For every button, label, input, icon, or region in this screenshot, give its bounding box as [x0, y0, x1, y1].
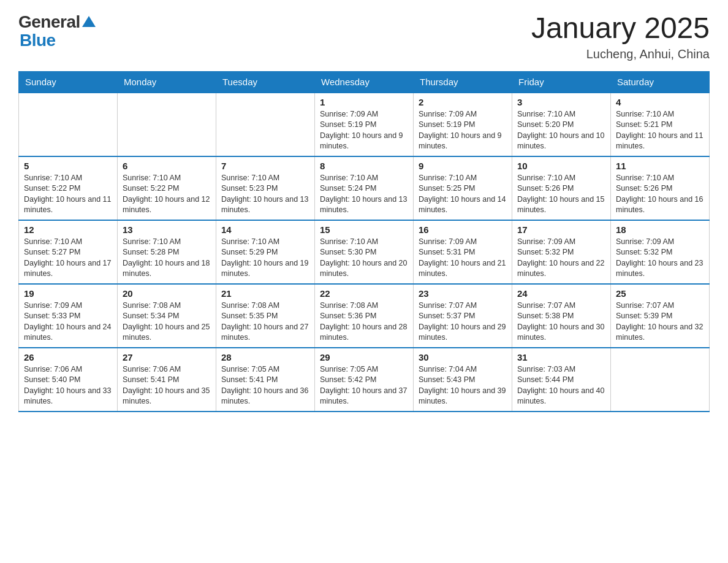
day-number: 26 — [24, 352, 112, 362]
day-info: Sunrise: 7:07 AM Sunset: 5:39 PM Dayligh… — [616, 301, 704, 343]
day-number: 9 — [419, 161, 507, 171]
day-info: Sunrise: 7:07 AM Sunset: 5:37 PM Dayligh… — [419, 301, 507, 343]
calendar-cell: 18Sunrise: 7:09 AM Sunset: 5:32 PM Dayli… — [611, 220, 710, 284]
logo-triangle-icon — [82, 16, 96, 29]
calendar-cell: 24Sunrise: 7:07 AM Sunset: 5:38 PM Dayli… — [512, 284, 611, 348]
logo: General Blue — [18, 12, 96, 50]
day-info: Sunrise: 7:10 AM Sunset: 5:29 PM Dayligh… — [221, 237, 309, 280]
day-info: Sunrise: 7:05 AM Sunset: 5:42 PM Dayligh… — [320, 364, 408, 407]
calendar-week-row: 26Sunrise: 7:06 AM Sunset: 5:40 PM Dayli… — [19, 348, 710, 412]
day-number: 18 — [616, 224, 704, 235]
day-info: Sunrise: 7:10 AM Sunset: 5:23 PM Dayligh… — [221, 173, 309, 216]
day-info: Sunrise: 7:10 AM Sunset: 5:22 PM Dayligh… — [24, 173, 112, 216]
calendar-week-row: 12Sunrise: 7:10 AM Sunset: 5:27 PM Dayli… — [19, 220, 710, 284]
day-info: Sunrise: 7:07 AM Sunset: 5:38 PM Dayligh… — [517, 301, 605, 343]
day-info: Sunrise: 7:09 AM Sunset: 5:32 PM Dayligh… — [517, 237, 605, 280]
calendar-cell: 4Sunrise: 7:10 AM Sunset: 5:21 PM Daylig… — [611, 93, 710, 156]
calendar-cell: 20Sunrise: 7:08 AM Sunset: 5:34 PM Dayli… — [118, 284, 216, 348]
calendar-cell: 16Sunrise: 7:09 AM Sunset: 5:31 PM Dayli… — [414, 220, 512, 284]
calendar-cell: 2Sunrise: 7:09 AM Sunset: 5:19 PM Daylig… — [414, 93, 512, 156]
day-number: 30 — [419, 352, 507, 362]
day-number: 11 — [616, 161, 704, 171]
calendar-cell: 15Sunrise: 7:10 AM Sunset: 5:30 PM Dayli… — [315, 220, 414, 284]
calendar-cell: 22Sunrise: 7:08 AM Sunset: 5:36 PM Dayli… — [315, 284, 414, 348]
month-title: January 2025 — [531, 12, 710, 45]
calendar-cell — [611, 348, 710, 412]
calendar-cell: 30Sunrise: 7:04 AM Sunset: 5:43 PM Dayli… — [414, 348, 512, 412]
day-number: 6 — [123, 161, 211, 171]
calendar-cell — [19, 93, 118, 156]
day-number: 1 — [320, 97, 408, 107]
day-of-week-header: Sunday — [19, 71, 118, 93]
calendar-cell: 17Sunrise: 7:09 AM Sunset: 5:32 PM Dayli… — [512, 220, 611, 284]
calendar-cell — [216, 93, 315, 156]
day-number: 24 — [517, 288, 605, 299]
day-info: Sunrise: 7:08 AM Sunset: 5:34 PM Dayligh… — [123, 301, 211, 343]
day-number: 22 — [320, 288, 408, 299]
location: Lucheng, Anhui, China — [531, 47, 710, 61]
calendar-cell — [118, 93, 216, 156]
day-number: 23 — [419, 288, 507, 299]
day-info: Sunrise: 7:10 AM Sunset: 5:27 PM Dayligh… — [24, 237, 112, 280]
svg-marker-0 — [82, 16, 96, 27]
day-info: Sunrise: 7:10 AM Sunset: 5:21 PM Dayligh… — [616, 109, 704, 152]
day-number: 4 — [616, 97, 704, 107]
day-info: Sunrise: 7:10 AM Sunset: 5:30 PM Dayligh… — [320, 237, 408, 280]
day-number: 27 — [123, 352, 211, 362]
day-info: Sunrise: 7:10 AM Sunset: 5:22 PM Dayligh… — [123, 173, 211, 216]
calendar-cell: 9Sunrise: 7:10 AM Sunset: 5:25 PM Daylig… — [414, 156, 512, 220]
day-info: Sunrise: 7:10 AM Sunset: 5:24 PM Dayligh… — [320, 173, 408, 216]
day-number: 31 — [517, 352, 605, 362]
day-info: Sunrise: 7:06 AM Sunset: 5:40 PM Dayligh… — [24, 364, 112, 407]
calendar-cell: 11Sunrise: 7:10 AM Sunset: 5:26 PM Dayli… — [611, 156, 710, 220]
calendar-cell: 26Sunrise: 7:06 AM Sunset: 5:40 PM Dayli… — [19, 348, 118, 412]
calendar-table: SundayMondayTuesdayWednesdayThursdayFrid… — [18, 71, 710, 412]
day-number: 5 — [24, 161, 112, 171]
day-info: Sunrise: 7:10 AM Sunset: 5:25 PM Dayligh… — [419, 173, 507, 216]
day-info: Sunrise: 7:09 AM Sunset: 5:19 PM Dayligh… — [320, 109, 408, 152]
day-of-week-header: Tuesday — [216, 71, 315, 93]
day-of-week-header: Friday — [512, 71, 611, 93]
calendar-header-row: SundayMondayTuesdayWednesdayThursdayFrid… — [19, 71, 710, 93]
day-info: Sunrise: 7:09 AM Sunset: 5:19 PM Dayligh… — [419, 109, 507, 152]
calendar-cell: 21Sunrise: 7:08 AM Sunset: 5:35 PM Dayli… — [216, 284, 315, 348]
day-number: 20 — [123, 288, 211, 299]
logo-blue-text: Blue — [20, 31, 56, 50]
day-info: Sunrise: 7:04 AM Sunset: 5:43 PM Dayligh… — [419, 364, 507, 407]
day-number: 29 — [320, 352, 408, 362]
calendar-cell: 8Sunrise: 7:10 AM Sunset: 5:24 PM Daylig… — [315, 156, 414, 220]
day-number: 3 — [517, 97, 605, 107]
day-info: Sunrise: 7:10 AM Sunset: 5:26 PM Dayligh… — [616, 173, 704, 216]
calendar-cell: 1Sunrise: 7:09 AM Sunset: 5:19 PM Daylig… — [315, 93, 414, 156]
calendar-cell: 28Sunrise: 7:05 AM Sunset: 5:41 PM Dayli… — [216, 348, 315, 412]
calendar-cell: 14Sunrise: 7:10 AM Sunset: 5:29 PM Dayli… — [216, 220, 315, 284]
day-number: 21 — [221, 288, 309, 299]
calendar-week-row: 19Sunrise: 7:09 AM Sunset: 5:33 PM Dayli… — [19, 284, 710, 348]
day-number: 8 — [320, 161, 408, 171]
day-number: 28 — [221, 352, 309, 362]
calendar-week-row: 1Sunrise: 7:09 AM Sunset: 5:19 PM Daylig… — [19, 93, 710, 156]
day-of-week-header: Wednesday — [315, 71, 414, 93]
logo-general-text: General — [18, 12, 80, 32]
day-of-week-header: Monday — [118, 71, 216, 93]
day-info: Sunrise: 7:05 AM Sunset: 5:41 PM Dayligh… — [221, 364, 309, 407]
day-number: 17 — [517, 224, 605, 235]
day-of-week-header: Thursday — [414, 71, 512, 93]
day-number: 7 — [221, 161, 309, 171]
day-number: 2 — [419, 97, 507, 107]
day-number: 19 — [24, 288, 112, 299]
calendar-cell: 19Sunrise: 7:09 AM Sunset: 5:33 PM Dayli… — [19, 284, 118, 348]
day-info: Sunrise: 7:09 AM Sunset: 5:33 PM Dayligh… — [24, 301, 112, 343]
calendar-cell: 5Sunrise: 7:10 AM Sunset: 5:22 PM Daylig… — [19, 156, 118, 220]
page-header: General Blue January 2025 Lucheng, Anhui… — [18, 12, 710, 61]
day-info: Sunrise: 7:03 AM Sunset: 5:44 PM Dayligh… — [517, 364, 605, 407]
day-info: Sunrise: 7:10 AM Sunset: 5:20 PM Dayligh… — [517, 109, 605, 152]
day-number: 10 — [517, 161, 605, 171]
day-number: 25 — [616, 288, 704, 299]
calendar-cell: 13Sunrise: 7:10 AM Sunset: 5:28 PM Dayli… — [118, 220, 216, 284]
title-area: January 2025 Lucheng, Anhui, China — [531, 12, 710, 61]
day-number: 15 — [320, 224, 408, 235]
day-info: Sunrise: 7:08 AM Sunset: 5:35 PM Dayligh… — [221, 301, 309, 343]
calendar-cell: 25Sunrise: 7:07 AM Sunset: 5:39 PM Dayli… — [611, 284, 710, 348]
calendar-cell: 27Sunrise: 7:06 AM Sunset: 5:41 PM Dayli… — [118, 348, 216, 412]
